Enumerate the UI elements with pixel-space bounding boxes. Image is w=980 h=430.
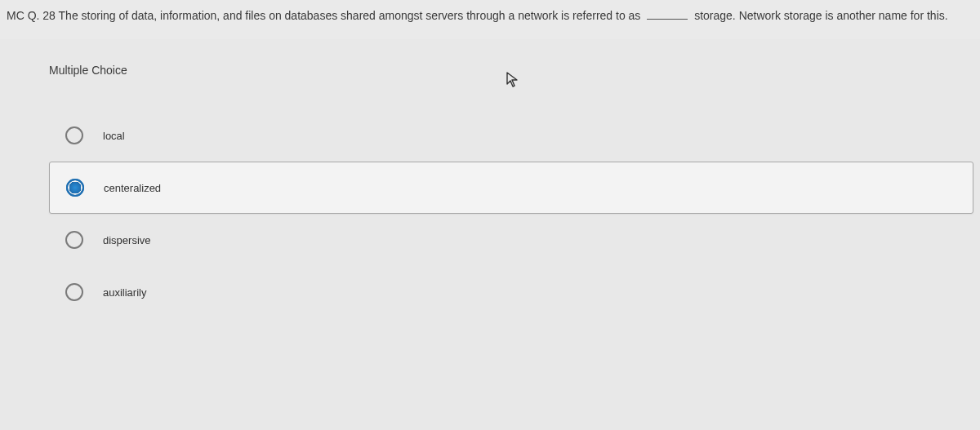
option-label: dispersive	[103, 234, 151, 246]
question-suffix: storage. Network storage is another name…	[694, 9, 947, 22]
option-local[interactable]: local	[65, 109, 980, 162]
multiple-choice-label: Multiple Choice	[49, 64, 980, 77]
option-label: auxiliarily	[103, 286, 146, 299]
option-label: centeralized	[104, 182, 161, 194]
option-label: local	[103, 130, 125, 142]
radio-icon	[66, 179, 84, 197]
question-area: MC Q. 28 The storing of data, informatio…	[0, 0, 980, 39]
answers-area: Multiple Choice local centeralized dispe…	[0, 39, 980, 318]
option-centeralized[interactable]: centeralized	[49, 162, 973, 214]
options-list: local centeralized dispersive auxiliaril…	[49, 109, 980, 318]
option-dispersive[interactable]: dispersive	[65, 214, 980, 266]
radio-icon	[65, 126, 83, 144]
radio-icon	[65, 283, 83, 301]
question-text: MC Q. 28 The storing of data, informatio…	[7, 8, 970, 23]
radio-icon	[65, 231, 83, 249]
blank-fill	[647, 19, 688, 20]
question-prefix: MC Q. 28 The storing of data, informatio…	[7, 9, 640, 22]
option-auxiliarily[interactable]: auxiliarily	[65, 266, 980, 318]
